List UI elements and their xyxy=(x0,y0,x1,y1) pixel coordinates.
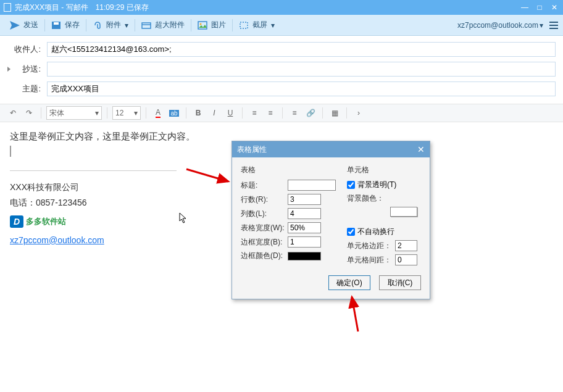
image-button[interactable]: 图片 xyxy=(193,17,231,33)
width-input[interactable] xyxy=(288,222,321,233)
bg-color-label: 背景颜色： xyxy=(347,193,391,204)
width-label: 表格宽度(W): xyxy=(241,223,284,233)
unordered-list-button[interactable]: ≡ xyxy=(264,106,277,120)
ok-button[interactable]: 确定(O) xyxy=(328,275,370,290)
svg-rect-1 xyxy=(54,22,59,25)
bordercolor-label: 边框颜色(D): xyxy=(241,251,284,261)
sig-email-link[interactable]: xz7pccom@outlook.com xyxy=(10,235,104,245)
rows-input[interactable] xyxy=(288,194,321,205)
maximize-button[interactable]: □ xyxy=(535,3,544,12)
more-button[interactable]: › xyxy=(352,106,365,120)
screenshot-button[interactable]: 截屏 ▾ xyxy=(234,17,280,33)
cellspacing-input[interactable] xyxy=(395,254,417,265)
font-color-button[interactable]: A xyxy=(151,106,165,120)
svg-line-8 xyxy=(352,297,358,332)
dialog-title: 表格属性 xyxy=(237,144,267,155)
cellspacing-label: 单元格间距： xyxy=(347,255,391,265)
redo-button[interactable]: ↷ xyxy=(22,106,36,120)
bg-transparent-label: 背景透明(T) xyxy=(357,180,396,190)
paperclip-icon xyxy=(93,21,102,30)
highlight-button[interactable]: ab xyxy=(167,106,181,120)
cell-section: 单元格 背景透明(T) 背景颜色： 不自动换行 单元格边距： 单元格间距： xyxy=(347,165,417,265)
window-title: 完成XXX项目 - 写邮件 xyxy=(15,2,88,13)
subject-input[interactable] xyxy=(47,81,556,96)
to-label: 收件人: xyxy=(7,44,47,55)
minimize-button[interactable]: — xyxy=(520,3,530,12)
bg-color-button[interactable] xyxy=(390,207,417,217)
bg-transparent-checkbox[interactable] xyxy=(347,181,355,189)
table-section-label: 表格 xyxy=(241,165,336,175)
cc-label[interactable]: 抄送: xyxy=(7,64,47,75)
italic-button[interactable]: I xyxy=(207,106,221,120)
svg-rect-2 xyxy=(142,23,151,28)
dialog-close-button[interactable]: ✕ xyxy=(417,144,425,154)
caption-label: 标题: xyxy=(241,180,284,191)
send-icon xyxy=(10,21,20,30)
menu-icon[interactable] xyxy=(549,22,558,29)
big-attach-icon xyxy=(141,21,151,30)
chevron-down-icon: ▾ xyxy=(540,21,543,30)
cancel-button[interactable]: 取消(C) xyxy=(379,275,421,290)
svg-rect-6 xyxy=(240,22,248,28)
title-bar: 完成XXX项目 - 写邮件 11:09:29 已保存 — □ ✕ xyxy=(0,0,563,15)
close-button[interactable]: ✕ xyxy=(549,3,559,12)
nowrap-checkbox[interactable] xyxy=(347,228,355,236)
signature-divider xyxy=(10,170,177,171)
cc-input[interactable] xyxy=(47,62,556,77)
subject-label: 主题: xyxy=(7,83,47,94)
dialog-titlebar: 表格属性 ✕ xyxy=(232,141,430,157)
rows-label: 行数(R): xyxy=(241,194,284,205)
border-input[interactable] xyxy=(288,236,321,248)
save-timestamp: 11:09:29 已保存 xyxy=(96,2,149,13)
logo-text: 多多软件站 xyxy=(26,214,66,228)
send-button[interactable]: 发送 xyxy=(5,17,43,33)
underline-button[interactable]: U xyxy=(223,106,237,120)
bordercolor-swatch[interactable] xyxy=(288,252,321,261)
sig-logo: D 多多软件站 xyxy=(10,214,66,228)
editor-toolbar: ↶ ↷ 宋体▾ 12▾ A ab B I U ≡ ≡ ≡ 🔗 ▦ › xyxy=(0,104,563,122)
main-toolbar: 发送 保存 附件 ▾ 超大附件 图片 截屏 ▾ xz7pccom@outlook… xyxy=(0,15,563,36)
window-buttons: — □ ✕ xyxy=(520,3,559,12)
table-properties-dialog: 表格属性 ✕ 表格 标题: 行数(R): 列数(L): 表格宽度(W): 边框宽… xyxy=(231,141,430,299)
cellpadding-label: 单元格边距： xyxy=(347,241,391,251)
ordered-list-button[interactable]: ≡ xyxy=(248,106,261,120)
to-input[interactable] xyxy=(47,42,556,57)
border-label: 边框宽度(B): xyxy=(241,237,284,248)
header-fields: 收件人: 抄送: 主题: xyxy=(0,36,563,104)
save-icon xyxy=(51,21,61,30)
big-attach-button[interactable]: 超大附件 xyxy=(136,17,190,33)
table-section: 表格 标题: 行数(R): 列数(L): 表格宽度(W): 边框宽度(B): 边… xyxy=(241,165,336,265)
sig-phone: 0857-123456 xyxy=(36,198,87,207)
dialog-buttons: 确定(O) 取消(C) xyxy=(232,272,430,299)
cellpadding-input[interactable] xyxy=(395,240,417,251)
chevron-down-icon: ▾ xyxy=(271,21,275,30)
svg-point-5 xyxy=(200,23,202,25)
bold-button[interactable]: B xyxy=(191,106,205,120)
nowrap-label: 不自动换行 xyxy=(357,227,394,237)
undo-button[interactable]: ↶ xyxy=(6,106,20,120)
text-caret xyxy=(10,146,11,157)
screenshot-icon xyxy=(239,21,249,30)
sig-phone-label: 电话： xyxy=(10,198,36,207)
font-family-select[interactable]: 宋体▾ xyxy=(46,106,102,120)
annotation-arrow-2 xyxy=(343,293,367,336)
save-button[interactable]: 保存 xyxy=(46,17,85,33)
image-icon xyxy=(198,21,207,30)
svg-rect-4 xyxy=(198,22,207,29)
caption-input[interactable] xyxy=(288,180,336,191)
logo-icon: D xyxy=(10,215,23,228)
align-button[interactable]: ≡ xyxy=(288,106,301,120)
document-icon xyxy=(4,3,11,12)
table-button[interactable]: ▦ xyxy=(328,106,341,120)
attach-button[interactable]: 附件 ▾ xyxy=(88,17,133,33)
link-button[interactable]: 🔗 xyxy=(304,106,317,120)
cols-label: 列数(L): xyxy=(241,209,284,219)
chevron-down-icon: ▾ xyxy=(125,21,128,30)
font-size-select[interactable]: 12▾ xyxy=(112,106,141,120)
cols-input[interactable] xyxy=(288,208,321,219)
cell-section-label: 单元格 xyxy=(347,165,417,175)
account-label[interactable]: xz7pccom@outlook.com xyxy=(457,21,538,30)
